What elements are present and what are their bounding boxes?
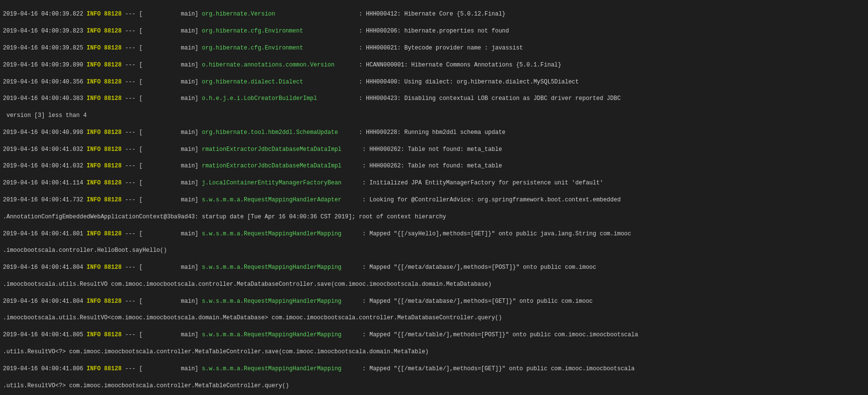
- console-output: 2019-04-16 04:00:39.822 INFO 88128 --- […: [0, 0, 868, 395]
- log-line-16: 2019-04-16 04:00:41.806 INFO 88128 --- […: [3, 365, 865, 373]
- log-line-14b: .imoocbootscala.utils.ResultVO<com.imooc…: [3, 314, 865, 322]
- log-line-14: 2019-04-16 04:00:41.804 INFO 88128 --- […: [3, 297, 865, 306]
- log-line-7: 2019-04-16 04:00:40.998 INFO 88128 --- […: [3, 129, 865, 137]
- log-line-13b: .imoocbootscala.utils.ResultVO com.imooc…: [3, 280, 865, 289]
- log-line-6: 2019-04-16 04:00:40.383 INFO 88128 --- […: [3, 95, 865, 103]
- log-line-9: 2019-04-16 04:00:41.032 INFO 88128 --- […: [3, 162, 865, 170]
- log-line-11: 2019-04-16 04:00:41.732 INFO 88128 --- […: [3, 196, 865, 204]
- log-line-13: 2019-04-16 04:00:41.804 INFO 88128 --- […: [3, 263, 865, 272]
- log-line-10: 2019-04-16 04:00:41.114 INFO 88128 --- […: [3, 179, 865, 187]
- log-line-12: 2019-04-16 04:00:41.801 INFO 88128 --- […: [3, 230, 865, 238]
- log-line-11b: .AnnotationConfigEmbeddedWebApplicationC…: [3, 213, 865, 221]
- log-line-6b: version [3] less than 4: [3, 112, 865, 120]
- log-line-12b: .imoocbootscala.controller.HelloBoot.say…: [3, 247, 865, 255]
- log-line-8: 2019-04-16 04:00:41.032 INFO 88128 --- […: [3, 146, 865, 154]
- log-line-3: 2019-04-16 04:00:39.825 INFO 88128 --- […: [3, 44, 865, 52]
- log-line-2: 2019-04-16 04:00:39.823 INFO 88128 --- […: [3, 27, 865, 35]
- log-line-1: 2019-04-16 04:00:39.822 INFO 88128 --- […: [3, 10, 865, 18]
- log-line-15: 2019-04-16 04:00:41.805 INFO 88128 --- […: [3, 331, 865, 339]
- log-line-5: 2019-04-16 04:00:40.356 INFO 88128 --- […: [3, 78, 865, 86]
- log-line-16b: .utils.ResultVO<?> com.imooc.imoocbootsc…: [3, 382, 865, 390]
- log-line-15b: .utils.ResultVO<?> com.imooc.imoocbootsc…: [3, 348, 865, 356]
- log-line-4: 2019-04-16 04:00:39.890 INFO 88128 --- […: [3, 61, 865, 69]
